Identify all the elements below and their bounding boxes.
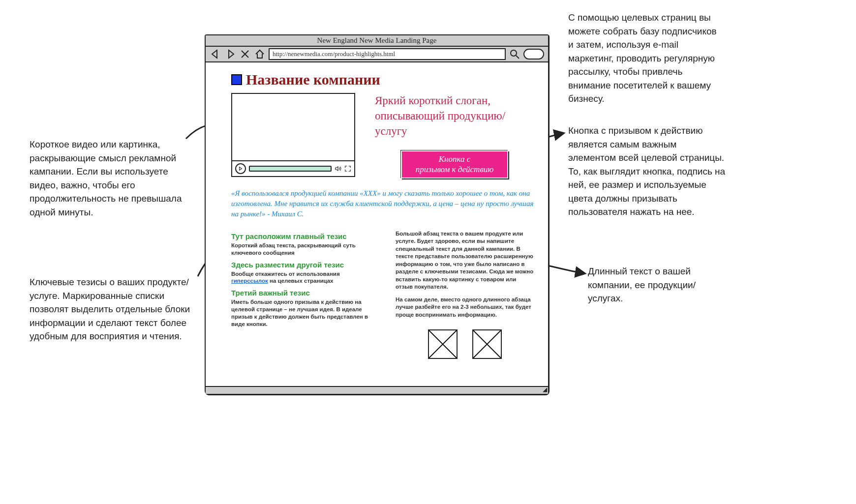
keypoints-column: Тут расположим главный тезис Короткий аб… [231, 230, 377, 359]
company-name: Название компании [246, 71, 380, 88]
window-title: New England New Media Landing Page [206, 35, 548, 47]
long-text-p1: Большой абзац текста о вашем продукте ил… [396, 230, 534, 291]
annotation-email: С помощью целевых страниц вы можете собр… [568, 11, 721, 106]
keypoint-title: Третий важный тезис [231, 289, 377, 297]
logo-icon [231, 74, 242, 85]
page-body: Название компании Яркий короткий слоган,… [206, 62, 548, 386]
back-icon[interactable] [210, 48, 221, 60]
keypoint-title: Тут расположим главный тезис [231, 232, 377, 240]
video-player[interactable] [231, 93, 355, 177]
volume-icon[interactable] [335, 165, 341, 172]
browser-toolbar: http://nenewmedia.com/product-highlights… [206, 47, 548, 62]
cta-button[interactable]: Кнопка спризывом к действию [401, 150, 509, 178]
svg-point-0 [511, 50, 517, 56]
search-pill[interactable] [523, 49, 544, 59]
forward-icon[interactable] [224, 48, 236, 60]
annotation-keypoints: Ключевые тезисы о ваших продукте/услуге.… [30, 275, 197, 343]
resize-grip-icon[interactable]: ◢ [543, 386, 547, 393]
keypoint-title: Здесь разместим другой тезис [231, 261, 377, 269]
hyperlink[interactable]: гиперссылок [231, 278, 268, 284]
image-placeholder [428, 329, 458, 359]
slogan: Яркий короткий слоган, описывающий проду… [375, 93, 534, 139]
home-icon[interactable] [254, 48, 266, 60]
keypoint-text: Вообще откажитесь от использования гипер… [231, 270, 377, 285]
browser-window: New England New Media Landing Page http:… [205, 34, 549, 395]
image-placeholder [472, 329, 502, 359]
fullscreen-icon[interactable] [344, 165, 351, 172]
keypoint-text: Короткий абзац текста, раскрывающий суть… [231, 242, 377, 257]
status-bar: ◢ [206, 386, 548, 394]
testimonial-quote: «Я воспользовался продукцией компании «X… [231, 188, 534, 219]
progress-bar[interactable] [249, 166, 332, 172]
video-screen [232, 94, 354, 161]
search-icon[interactable] [509, 48, 520, 60]
annotation-video: Короткое видео или картинка, раскрывающи… [30, 138, 192, 219]
annotation-cta: Кнопка с призывом к действию является са… [568, 124, 726, 219]
url-bar[interactable]: http://nenewmedia.com/product-highlights… [269, 48, 506, 60]
stop-icon[interactable] [239, 48, 251, 60]
longtext-column: Большой абзац текста о вашем продукте ил… [396, 230, 534, 359]
keypoint-text: Иметь больше одного призыва к действию н… [231, 298, 377, 328]
play-icon[interactable] [235, 163, 246, 174]
long-text-p2: На самом деле, вместо одного длинного аб… [396, 296, 534, 319]
annotation-longtext: Длинный текст о вашей компании, ее проду… [588, 265, 716, 305]
